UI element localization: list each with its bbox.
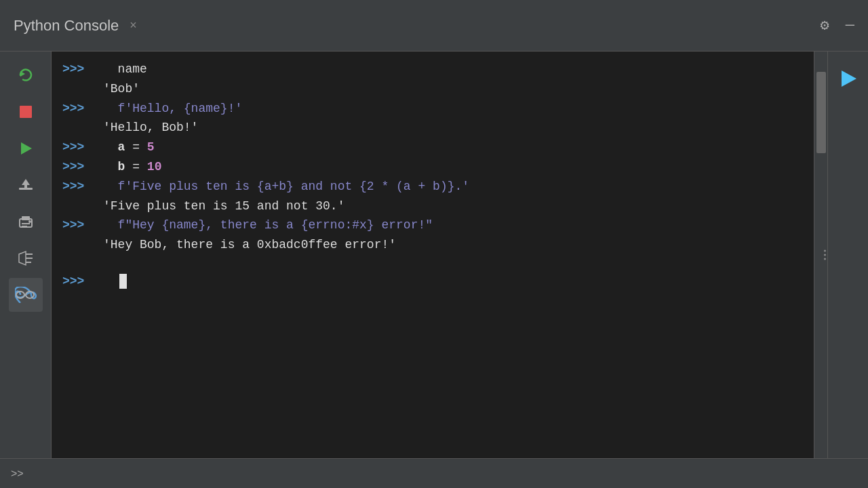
import-to-console-button[interactable] — [9, 168, 43, 202]
expand-button[interactable]: >> — [11, 468, 24, 480]
code-1: name — [103, 60, 147, 79]
run-button[interactable] — [9, 131, 43, 165]
scroll-dot-1 — [824, 250, 826, 252]
prompt-3: >>> — [62, 138, 103, 157]
vertical-scrollbar[interactable] — [816, 72, 826, 153]
scroll-dots — [824, 250, 826, 260]
console-line-3: >>> a = 5 — [62, 138, 803, 157]
prompt-2: >>> — [62, 99, 103, 119]
window-title: Python Console — [14, 17, 119, 35]
main-container: >>> name 'Bob' >>> f'Hello, {name}!' 'He… — [0, 52, 868, 458]
console-area[interactable]: >>> name 'Bob' >>> f'Hello, {name}!' 'He… — [52, 52, 814, 458]
console-line-6: >>> f"Hey {name}, there is a {errno:#x} … — [62, 216, 803, 235]
left-toolbar — [0, 52, 52, 458]
prompt-1: >>> — [62, 60, 103, 79]
bottom-bar: >> — [0, 458, 868, 488]
title-right: ⚙ — — [821, 16, 854, 35]
console-line-5: >>> f'Five plus ten is {a+b} and not {2 … — [62, 177, 803, 197]
output-text-1: 'Bob' — [62, 79, 140, 99]
spacer — [62, 255, 803, 268]
infinity-button[interactable] — [9, 278, 43, 312]
prompt-4: >>> — [62, 157, 103, 177]
prompt-5: >>> — [62, 177, 103, 197]
settings-icon[interactable]: ⚙ — [821, 16, 829, 35]
input-line[interactable]: >>> — [62, 274, 803, 289]
scrollbar-panel — [814, 52, 827, 458]
minimize-icon[interactable]: — — [846, 17, 854, 34]
code-5: f'Five plus ten is {a+b} and not {2 * (a… — [103, 177, 469, 197]
cursor-indicator — [103, 274, 118, 288]
svg-marker-16 — [842, 70, 856, 87]
history-button[interactable] — [9, 241, 43, 275]
code-2: f'Hello, {name}!' — [103, 99, 242, 119]
svg-marker-2 — [21, 142, 32, 155]
play-panel — [827, 52, 868, 458]
output-text-2: 'Hello, Bob!' — [62, 118, 198, 138]
code-6: f"Hey {name}, there is a {errno:#x} erro… — [103, 216, 433, 235]
close-button[interactable]: × — [130, 18, 137, 33]
output-2: 'Hello, Bob!' — [62, 118, 803, 138]
svg-rect-3 — [19, 188, 33, 190]
title-bar: Python Console × ⚙ — — [0, 0, 868, 52]
code-3: a = 5 — [103, 138, 155, 157]
console-line-4: >>> b = 10 — [62, 157, 803, 177]
scroll-dot-2 — [824, 254, 826, 256]
console-line-2: >>> f'Hello, {name}!' — [62, 99, 803, 119]
prompt-6: >>> — [62, 216, 103, 235]
output-text-5: 'Five plus ten is 15 and not 30.' — [62, 197, 344, 216]
execute-button[interactable] — [835, 65, 862, 92]
output-1: 'Bob' — [62, 79, 803, 99]
output-5: 'Five plus ten is 15 and not 30.' — [62, 197, 803, 216]
svg-rect-9 — [22, 226, 27, 227]
svg-rect-7 — [22, 216, 30, 220]
stop-button[interactable] — [9, 95, 43, 129]
svg-marker-4 — [22, 179, 30, 185]
svg-marker-0 — [20, 71, 25, 77]
svg-rect-1 — [20, 106, 32, 118]
text-cursor — [119, 274, 127, 289]
scroll-dot-3 — [824, 258, 826, 260]
active-prompt: >>> — [62, 274, 103, 288]
output-6: 'Hey Bob, there is a 0xbadc0ffee error!' — [62, 235, 803, 255]
print-button[interactable] — [9, 205, 43, 239]
code-4: b = 10 — [103, 157, 161, 177]
output-text-6: 'Hey Bob, there is a 0xbadc0ffee error!' — [62, 235, 396, 255]
svg-rect-8 — [22, 223, 30, 224]
rerun-button[interactable] — [9, 58, 43, 92]
title-left: Python Console × — [14, 17, 137, 35]
console-line-1: >>> name — [62, 60, 803, 79]
svg-point-10 — [28, 220, 31, 223]
svg-rect-5 — [24, 185, 27, 188]
